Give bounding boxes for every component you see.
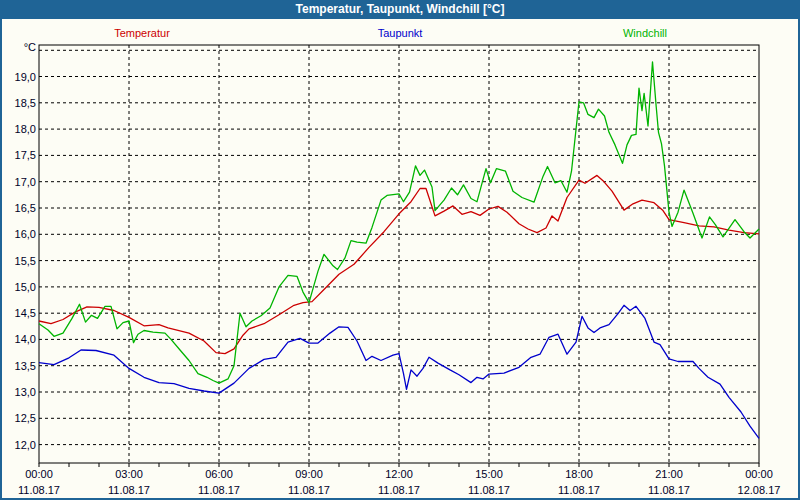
y-axis-label: 16,5 [0, 202, 36, 214]
y-axis-label: 15,5 [0, 255, 36, 267]
y-axis-label: 13,0 [0, 386, 36, 398]
y-axis-label: 14,5 [0, 307, 36, 319]
x-axis-date-label: 11.08.17 [364, 484, 434, 496]
x-axis-time-label: 09:00 [274, 468, 344, 480]
legend-item-temperatur: Temperatur [114, 26, 170, 40]
x-axis-date-label: 11.08.17 [634, 484, 704, 496]
chart-canvas [0, 0, 800, 500]
y-axis-label: 15,0 [0, 281, 36, 293]
x-axis-date-label: 11.08.17 [4, 484, 74, 496]
y-axis-label: 18,0 [0, 123, 36, 135]
y-axis-label: 18,5 [0, 97, 36, 109]
y-axis-label: 17,5 [0, 149, 36, 161]
x-axis-time-label: 06:00 [184, 468, 254, 480]
legend-item-taupunkt: Taupunkt [378, 26, 423, 40]
y-axis-label: 17,0 [0, 176, 36, 188]
x-axis-date-label: 11.08.17 [94, 484, 164, 496]
y-axis-label: 13,5 [0, 360, 36, 372]
x-axis-time-label: 18:00 [544, 468, 614, 480]
y-axis-label: 16,0 [0, 228, 36, 240]
chart-window: Temperatur, Taupunkt, Windchill [°C] Tem… [0, 0, 800, 500]
x-axis-date-label: 11.08.17 [454, 484, 524, 496]
x-axis-time-label: 12:00 [364, 468, 434, 480]
x-axis-date-label: 12.08.17 [724, 484, 794, 496]
y-axis-label: 12,5 [0, 412, 36, 424]
y-axis-unit-label: °C [0, 41, 36, 53]
y-axis-label: 14,0 [0, 333, 36, 345]
x-axis-date-label: 11.08.17 [274, 484, 344, 496]
x-axis-time-label: 00:00 [724, 468, 794, 480]
x-axis-time-label: 00:00 [4, 468, 74, 480]
x-axis-date-label: 11.08.17 [184, 484, 254, 496]
legend-item-windchill: Windchill [623, 26, 667, 40]
x-axis-date-label: 11.08.17 [544, 484, 614, 496]
title-bar: Temperatur, Taupunkt, Windchill [°C] [0, 0, 800, 19]
chart-title: Temperatur, Taupunkt, Windchill [°C] [296, 2, 505, 16]
y-axis-label: 19,0 [0, 71, 36, 83]
x-axis-time-label: 21:00 [634, 468, 704, 480]
x-axis-time-label: 15:00 [454, 468, 524, 480]
y-axis-label: 12,0 [0, 439, 36, 451]
x-axis-time-label: 03:00 [94, 468, 164, 480]
